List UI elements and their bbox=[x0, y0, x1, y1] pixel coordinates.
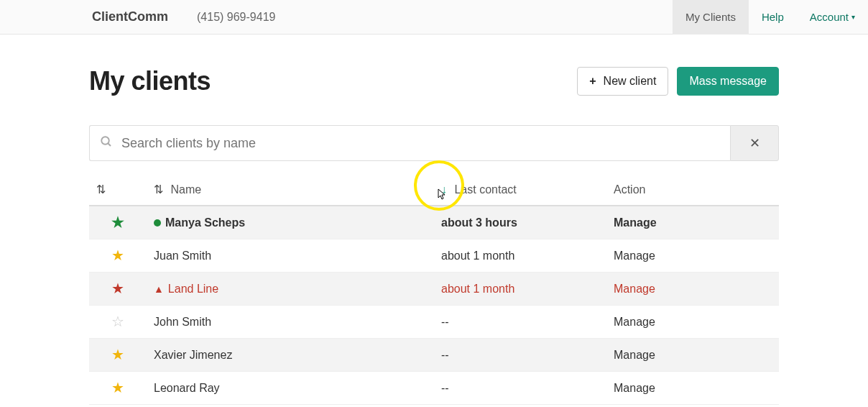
star-icon[interactable]: ★ bbox=[111, 380, 124, 395]
search-wrap: ✕ bbox=[89, 125, 779, 161]
col-last-contact-header[interactable]: ↓ Last contact bbox=[434, 174, 606, 206]
new-client-button[interactable]: + New client bbox=[577, 67, 668, 96]
col-action-label: Action bbox=[614, 183, 645, 196]
col-action-header: Action bbox=[606, 174, 779, 206]
sort-down-icon: ↓ bbox=[441, 183, 447, 196]
manage-link[interactable]: Manage bbox=[614, 349, 655, 361]
topbar: ClientComm (415) 969-9419 My Clients Hel… bbox=[0, 0, 868, 35]
star-icon[interactable]: ★ bbox=[111, 347, 124, 362]
col-star-header[interactable]: ⇅ bbox=[89, 174, 147, 206]
new-client-label: New client bbox=[604, 75, 657, 88]
star-icon[interactable]: ☆ bbox=[111, 314, 124, 329]
col-name-header[interactable]: ⇅ Name bbox=[147, 174, 434, 206]
nav-account[interactable]: Account ▾ bbox=[797, 0, 868, 35]
search-icon bbox=[100, 135, 113, 151]
manage-link[interactable]: Manage bbox=[614, 382, 655, 394]
search-box[interactable] bbox=[89, 125, 730, 161]
manage-link[interactable]: Manage bbox=[614, 250, 655, 262]
star-icon[interactable]: ★ bbox=[111, 281, 124, 296]
last-contact: -- bbox=[434, 339, 606, 372]
last-contact: about 1 month bbox=[434, 273, 606, 306]
client-name[interactable]: Xavier Jimenez bbox=[154, 349, 232, 361]
mass-message-button[interactable]: Mass message bbox=[677, 67, 779, 96]
nav-my-clients[interactable]: My Clients bbox=[673, 0, 749, 35]
last-contact: -- bbox=[434, 372, 606, 405]
table-row: ☆John Smith--Manage bbox=[89, 306, 779, 339]
table-row: ★Juan Smithabout 1 monthManage bbox=[89, 239, 779, 273]
col-name-label: Name bbox=[170, 183, 201, 196]
header-actions: + New client Mass message bbox=[577, 67, 779, 96]
brand: ClientComm bbox=[92, 9, 168, 24]
plus-icon: + bbox=[589, 75, 596, 88]
sort-icon: ⇅ bbox=[96, 183, 106, 196]
table-row: ★▲Land Lineabout 1 monthManage bbox=[89, 273, 779, 306]
client-name[interactable]: Juan Smith bbox=[154, 250, 211, 262]
manage-link[interactable]: Manage bbox=[614, 316, 655, 328]
table-row: ★Manya Schepsabout 3 hoursManage bbox=[89, 206, 779, 239]
svg-point-0 bbox=[101, 137, 109, 145]
last-contact: about 3 hours bbox=[434, 206, 606, 239]
table-row: ★Xavier Jimenez--Manage bbox=[89, 339, 779, 372]
nav-account-label: Account bbox=[810, 11, 849, 23]
col-last-label: Last contact bbox=[454, 183, 516, 196]
clients-table: ⇅ ⇅ Name ↓ Last contact Action bbox=[89, 174, 779, 405]
search-clear-button[interactable]: ✕ bbox=[730, 125, 779, 161]
caret-down-icon: ▾ bbox=[851, 13, 855, 21]
sort-icon: ⇅ bbox=[154, 183, 163, 196]
status-dot-icon bbox=[154, 219, 161, 227]
client-name[interactable]: John Smith bbox=[154, 316, 211, 328]
search-input[interactable] bbox=[121, 136, 720, 151]
star-icon[interactable]: ★ bbox=[111, 215, 124, 229]
header-row: My clients + New client Mass message bbox=[89, 66, 779, 96]
manage-link[interactable]: Manage bbox=[614, 283, 655, 295]
nav-help[interactable]: Help bbox=[749, 0, 797, 35]
client-name[interactable]: Land Line bbox=[168, 283, 218, 295]
last-contact: -- bbox=[434, 306, 606, 339]
star-icon[interactable]: ★ bbox=[111, 248, 124, 262]
last-contact: about 1 month bbox=[434, 239, 606, 273]
page-title: My clients bbox=[89, 66, 211, 96]
manage-link[interactable]: Manage bbox=[614, 216, 657, 229]
nav-right: My Clients Help Account ▾ bbox=[673, 0, 868, 35]
warning-icon: ▲ bbox=[154, 283, 164, 295]
container: My clients + New client Mass message ✕ ⇅ bbox=[89, 35, 779, 405]
client-name[interactable]: Leonard Ray bbox=[154, 382, 220, 394]
table-row: ★Leonard Ray--Manage bbox=[89, 372, 779, 405]
client-name[interactable]: Manya Scheps bbox=[165, 216, 245, 229]
phone-number: (415) 969-9419 bbox=[197, 11, 275, 24]
svg-line-1 bbox=[108, 143, 111, 146]
